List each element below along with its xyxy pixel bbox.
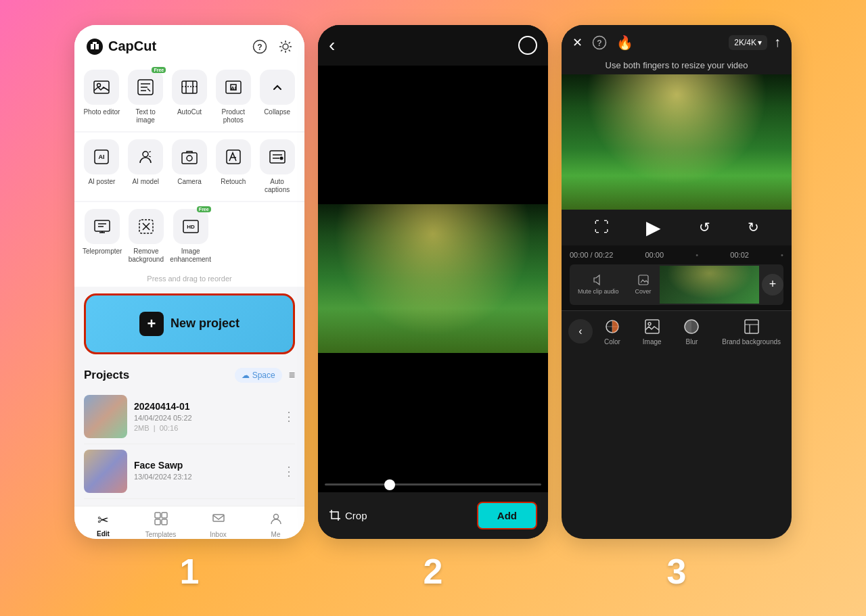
mute-clip-audio-button[interactable]: Mute clip audio bbox=[570, 268, 627, 300]
inbox-nav-label: Inbox bbox=[210, 531, 226, 538]
help-icon[interactable]: ? bbox=[252, 39, 268, 55]
timeline-slider[interactable] bbox=[325, 483, 541, 485]
tool-retouch[interactable]: Retouch bbox=[214, 139, 252, 194]
nav-me[interactable]: Me bbox=[247, 512, 304, 538]
blur-icon bbox=[683, 318, 700, 335]
tools-row-3: Color Image bbox=[593, 318, 792, 346]
teleprompter-label: Teleprompter bbox=[83, 247, 122, 256]
camera-label: Camera bbox=[177, 178, 202, 186]
project-more-2[interactable]: ⋮ bbox=[283, 464, 295, 479]
crop-button[interactable]: Crop bbox=[329, 509, 367, 521]
drag-hint: Press and drag to reorder bbox=[74, 270, 304, 287]
project-item-2[interactable]: Face Sawp 13/04/2024 23:12 ⋮ bbox=[84, 444, 295, 499]
editor-top-bar: ‹ bbox=[318, 25, 548, 66]
space-button[interactable]: ☁ Space bbox=[235, 368, 282, 383]
image-enhancement-label: Image enhancement bbox=[170, 247, 211, 264]
undo-icon[interactable]: ↺ bbox=[699, 219, 710, 235]
quality-button[interactable]: 2K/4K ▾ bbox=[729, 35, 767, 50]
project-thumb-2 bbox=[84, 450, 127, 493]
crop-label: Crop bbox=[345, 510, 367, 521]
tools-grid-row3: Teleprompter Remove background Free bbox=[74, 202, 304, 270]
svg-rect-14 bbox=[227, 150, 240, 164]
export-icon[interactable]: ↑ bbox=[774, 34, 781, 50]
cover-button[interactable]: Cover bbox=[627, 268, 660, 300]
ai-model-label: AI model bbox=[132, 178, 158, 186]
screen-1-wrapper: CapCut ? bbox=[74, 25, 304, 592]
step-3-number: 3 bbox=[667, 551, 687, 592]
tool-auto-captions[interactable]: Auto captions bbox=[258, 139, 296, 194]
tool3-color-label: Color bbox=[604, 338, 620, 346]
svg-rect-6 bbox=[182, 81, 197, 93]
svg-rect-3 bbox=[94, 81, 109, 93]
bottom-nav: ✂ Edit Templates bbox=[74, 506, 304, 539]
timeline-track: Mute clip audio Cover + bbox=[570, 264, 783, 305]
svg-text:AI: AI bbox=[231, 85, 236, 91]
time-current: 00:00 / 00:22 bbox=[570, 251, 613, 259]
projects-section: Projects ☁ Space ≡ 20240414-01 bbox=[74, 361, 304, 506]
project-meta-1: 2MB | 00:16 bbox=[134, 424, 276, 432]
svg-point-31 bbox=[648, 323, 651, 325]
nav-inbox[interactable]: Inbox bbox=[189, 512, 247, 538]
add-clip-button[interactable]: + bbox=[762, 274, 783, 295]
camera-icon-box bbox=[172, 139, 207, 174]
tool3-image[interactable]: Image bbox=[643, 318, 662, 346]
screen-1: CapCut ? bbox=[74, 25, 304, 539]
screen-2-wrapper: ‹ Crop bbox=[318, 25, 548, 592]
project-more-1[interactable]: ⋮ bbox=[283, 409, 295, 424]
tool-autocut[interactable]: AutoCut bbox=[170, 70, 209, 124]
svg-point-16 bbox=[279, 156, 283, 160]
nav-edit[interactable]: ✂ Edit bbox=[74, 512, 132, 538]
tool3-blur[interactable]: Blur bbox=[683, 318, 700, 346]
tool-ai-model[interactable]: AI model bbox=[127, 139, 165, 194]
project-item-1[interactable]: 20240414-01 14/04/2024 05:22 2MB | 00:16… bbox=[84, 389, 295, 444]
new-project-button[interactable]: + New project bbox=[84, 293, 295, 354]
svg-rect-28 bbox=[639, 275, 648, 285]
tool-image-enhancement[interactable]: Free HD Image enhancement bbox=[170, 209, 211, 264]
fullscreen-icon[interactable]: ⛶ bbox=[594, 218, 609, 236]
back-button[interactable]: ‹ bbox=[329, 34, 335, 56]
svg-point-2 bbox=[283, 44, 288, 49]
play-icon[interactable]: ▶ bbox=[646, 216, 661, 239]
color-icon bbox=[603, 318, 621, 335]
templates-nav-icon bbox=[154, 512, 168, 529]
video-preview-area bbox=[318, 66, 548, 492]
nav-templates[interactable]: Templates bbox=[132, 512, 189, 538]
redo-icon[interactable]: ↻ bbox=[748, 219, 759, 235]
tool-ai-poster[interactable]: AI AI poster bbox=[83, 139, 121, 194]
tool-text-to-image[interactable]: Free Text to image bbox=[127, 70, 165, 124]
tool3-brand-label: Brand backgrounds bbox=[722, 338, 781, 346]
ai-model-icon-box bbox=[128, 139, 163, 174]
tool3-color[interactable]: Color bbox=[603, 318, 621, 346]
tool-teleprompter[interactable]: Teleprompter bbox=[83, 209, 122, 264]
tool-camera[interactable]: Camera bbox=[170, 139, 209, 194]
strip-preview bbox=[660, 266, 759, 304]
help-circle-icon[interactable]: ? bbox=[592, 35, 607, 50]
image-icon bbox=[643, 318, 661, 335]
sort-icon[interactable]: ≡ bbox=[289, 369, 295, 381]
flame-icon[interactable]: 🔥 bbox=[616, 34, 633, 51]
header-icons: ? bbox=[252, 39, 294, 55]
new-project-plus-icon: + bbox=[139, 312, 164, 336]
project-info-2: Face Sawp 13/04/2024 23:12 bbox=[134, 460, 276, 483]
back-arrow-button[interactable]: ‹ bbox=[568, 319, 593, 343]
projects-title: Projects bbox=[84, 369, 129, 382]
tool3-brand-backgrounds[interactable]: Brand backgrounds bbox=[722, 318, 781, 346]
tool-photo-editor[interactable]: Photo editor bbox=[83, 70, 121, 124]
tool-product-photos[interactable]: AI Product photos bbox=[214, 70, 252, 124]
forest-preview bbox=[318, 204, 548, 353]
timeline-thumb[interactable] bbox=[384, 479, 395, 490]
space-label: Space bbox=[252, 371, 275, 380]
settings-icon[interactable] bbox=[277, 39, 294, 55]
add-button[interactable]: Add bbox=[477, 502, 537, 529]
svg-point-13 bbox=[187, 156, 192, 161]
tool-remove-bg[interactable]: Remove background bbox=[127, 209, 164, 264]
close-icon[interactable]: ✕ bbox=[572, 35, 583, 50]
retouch-icon-box bbox=[216, 139, 251, 174]
tool-collapse[interactable]: Collapse bbox=[258, 70, 296, 124]
editor3-right-icons: 2K/4K ▾ ↑ bbox=[729, 34, 781, 50]
tool3-blur-label: Blur bbox=[686, 338, 698, 346]
project-date-1: 14/04/2024 05:22 bbox=[134, 414, 276, 422]
auto-captions-label: Auto captions bbox=[258, 178, 296, 194]
screen-3: ✕ ? 🔥 2K/4K ▾ ↑ Use both fingers to re bbox=[562, 25, 792, 539]
cover-label: Cover bbox=[635, 288, 652, 295]
